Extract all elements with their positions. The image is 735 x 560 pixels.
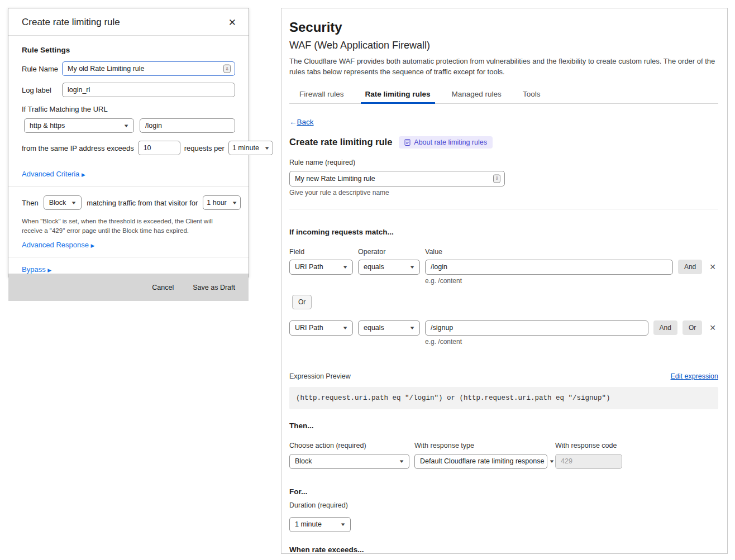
divider xyxy=(289,209,718,209)
tab-managed-rules[interactable]: Managed rules xyxy=(451,87,503,103)
response-code-input xyxy=(555,454,622,469)
log-label-input[interactable] xyxy=(62,83,235,97)
rate-heading: When rate exceeds... xyxy=(289,545,718,554)
and-button[interactable]: And xyxy=(653,320,677,335)
caret-down-icon: ▼ xyxy=(398,459,404,464)
rule-name-label: Rule name (required) xyxy=(289,159,718,166)
tab-firewall-rules[interactable]: Firewall rules xyxy=(298,87,345,103)
advanced-response-link[interactable]: Advanced Response ▶ xyxy=(22,241,95,249)
threshold-prefix: from the same IP address exceeds xyxy=(22,144,134,152)
triangle-right-icon: ▶ xyxy=(91,243,95,248)
create-title: Create rate limiting rule xyxy=(289,137,392,147)
caret-down-icon: ▼ xyxy=(231,200,237,205)
value-hint: e.g. /content xyxy=(425,338,648,346)
about-rate-limiting-badge[interactable]: About rate limiting rules xyxy=(399,136,493,149)
then-suffix: matching traffic from that visitor for xyxy=(87,199,198,207)
for-heading: For... xyxy=(289,487,718,496)
rule-name-label: Rule Name xyxy=(22,65,62,73)
waf-tabs: Firewall rules Rate limiting rules Manag… xyxy=(289,87,718,104)
traffic-match-label: If Traffic Matching the URL xyxy=(22,105,235,113)
ban-duration-select[interactable]: 1 hour ▼ xyxy=(203,195,240,210)
response-code-label: With response code xyxy=(555,442,617,449)
page-subtitle: WAF (Web Application Firewall) xyxy=(289,40,718,51)
duration-label: Duration (required) xyxy=(289,501,718,509)
expression-code: (http.request.uri.path eq "/login") or (… xyxy=(289,387,718,409)
value-hint: e.g. /content xyxy=(425,277,673,285)
period-select[interactable]: 1 minute ▼ xyxy=(228,141,273,155)
rule-settings-heading: Rule Settings xyxy=(22,46,235,54)
or-button[interactable]: Or xyxy=(292,295,312,309)
match-heading: If incoming requests match... xyxy=(289,228,718,236)
action-select[interactable]: Block ▼ xyxy=(44,195,82,210)
expression-preview-label: Expression Preview xyxy=(289,372,351,380)
close-icon[interactable]: ✕ xyxy=(228,18,236,27)
caret-down-icon: ▼ xyxy=(123,123,129,128)
response-type-select[interactable]: Default Cloudflare rate limiting respons… xyxy=(414,454,547,469)
triangle-right-icon: ▶ xyxy=(47,267,51,273)
advanced-criteria-link[interactable]: Advanced Criteria ▶ xyxy=(22,170,85,178)
caret-down-icon: ▼ xyxy=(409,326,415,331)
dialog-body: Rule Settings Rule Name ⇩ Log label If T… xyxy=(8,36,249,274)
expression-header-row: Expression Preview Edit expression xyxy=(289,372,718,380)
rule-name-input[interactable] xyxy=(62,61,235,76)
caret-down-icon: ▼ xyxy=(409,265,415,270)
create-rate-limiting-rule-dialog: Create rate limiting rule ✕ Rule Setting… xyxy=(8,8,249,277)
log-label-label: Log label xyxy=(22,86,62,94)
field-column-label: Field xyxy=(289,248,358,256)
action-select[interactable]: Block ▼ xyxy=(289,454,409,469)
caret-down-icon: ▼ xyxy=(340,522,346,527)
duration-select[interactable]: 1 minute ▼ xyxy=(289,517,351,532)
delete-condition-icon[interactable]: ✕ xyxy=(707,261,718,272)
back-link[interactable]: ←Back xyxy=(289,118,314,126)
value-column-label: Value xyxy=(425,248,442,256)
caret-down-icon: ▼ xyxy=(342,326,348,331)
delete-condition-icon[interactable]: ✕ xyxy=(707,322,718,333)
or-button[interactable]: Or xyxy=(682,320,702,335)
divider xyxy=(8,186,249,186)
caret-down-icon: ▼ xyxy=(71,200,77,205)
operator-select[interactable]: equals ▼ xyxy=(358,260,420,275)
bypass-link[interactable]: Bypass ▶ xyxy=(22,265,51,274)
dialog-footer: Cancel Save as Draft xyxy=(8,274,249,301)
threshold-middle: requests per xyxy=(184,144,225,152)
tab-rate-limiting-rules[interactable]: Rate limiting rules xyxy=(364,87,432,103)
dialog-title: Create rate limiting rule xyxy=(22,17,120,28)
threshold-input[interactable] xyxy=(138,141,180,155)
and-button[interactable]: And xyxy=(678,260,702,274)
field-select[interactable]: URI Path ▼ xyxy=(289,260,353,275)
caret-down-icon: ▼ xyxy=(264,146,270,151)
scheme-select[interactable]: http & https ▼ xyxy=(24,118,134,133)
save-as-draft-button[interactable]: Save as Draft xyxy=(193,284,235,291)
response-type-label: With response type xyxy=(414,442,555,449)
autofill-icon: ⇩ xyxy=(493,174,500,183)
autofill-icon: ⇩ xyxy=(223,65,231,73)
condition-row: URI Path ▼ equals ▼ e.g. /content And ✕ xyxy=(289,260,718,285)
operator-column-label: Operator xyxy=(358,248,425,256)
url-input[interactable] xyxy=(140,118,235,133)
back-arrow-icon: ← xyxy=(289,118,297,126)
value-input[interactable] xyxy=(425,320,648,336)
caret-down-icon: ▼ xyxy=(549,459,555,464)
page-title: Security xyxy=(289,20,718,35)
edit-expression-link[interactable]: Edit expression xyxy=(671,372,718,380)
operator-select[interactable]: equals ▼ xyxy=(358,320,420,336)
threshold-row: from the same IP address exceeds request… xyxy=(22,141,235,155)
condition-column-labels: Field Operator Value xyxy=(289,248,718,256)
divider xyxy=(8,257,249,257)
then-label: Then xyxy=(22,199,39,207)
field-select[interactable]: URI Path ▼ xyxy=(289,320,353,336)
choose-action-label: Choose action (required) xyxy=(289,442,414,449)
condition-row: URI Path ▼ equals ▼ e.g. /content And Or… xyxy=(289,320,718,346)
tab-tools[interactable]: Tools xyxy=(522,87,542,103)
log-label-row: Log label xyxy=(22,83,235,97)
dialog-header: Create rate limiting rule ✕ xyxy=(8,8,249,36)
value-input[interactable] xyxy=(425,260,673,275)
rule-name-hint: Give your rule a descriptive name xyxy=(289,189,718,197)
page-description: The Cloudflare WAF provides both automat… xyxy=(289,56,718,78)
cancel-button[interactable]: Cancel xyxy=(152,284,174,291)
then-controls-row: Block ▼ Default Cloudflare rate limiting… xyxy=(289,454,718,469)
rule-name-input[interactable] xyxy=(289,171,505,186)
url-match-row: http & https ▼ xyxy=(24,118,235,133)
doc-icon xyxy=(404,139,411,146)
triangle-right-icon: ▶ xyxy=(82,172,85,178)
